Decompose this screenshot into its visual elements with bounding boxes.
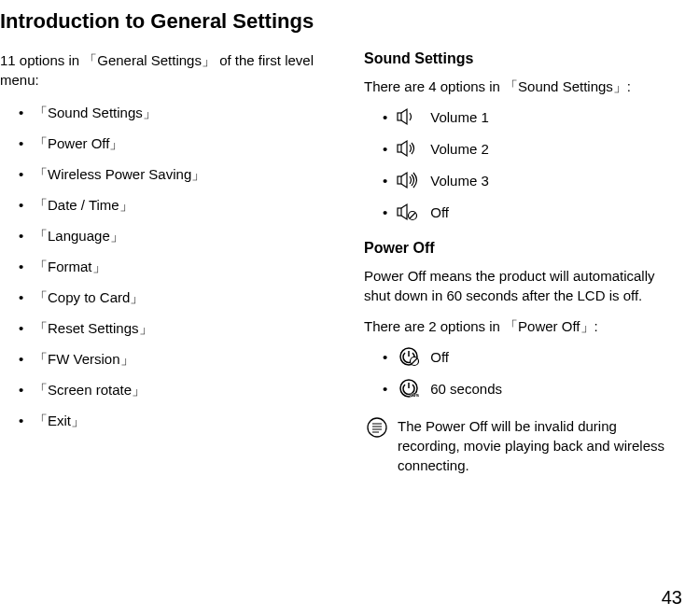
intro-text: 11 options in 「General Settings」 of the … — [0, 50, 327, 90]
list-item: • Off — [383, 203, 680, 221]
svg-text:60s: 60s — [410, 392, 420, 398]
power-off-icon — [397, 347, 423, 366]
volume-2-label: Volume 2 — [430, 141, 489, 157]
volume-3-icon — [397, 171, 423, 189]
sound-settings-list: • Volume 1 • — [364, 107, 680, 221]
list-item: • Off — [383, 347, 680, 366]
list-item: 「Sound Settings」 — [19, 105, 327, 122]
left-column: 11 options in 「General Settings」 of the … — [0, 50, 327, 494]
list-item: 「Screen rotate」 — [19, 382, 327, 399]
general-settings-list: 「Sound Settings」 「Power Off」 「Wireless P… — [0, 105, 327, 430]
svg-rect-2 — [398, 176, 401, 184]
power-60s-label: 60 seconds — [430, 381, 502, 397]
power-off-list: • Off • — [364, 347, 680, 398]
list-item: 「Reset Settings」 — [19, 320, 327, 338]
svg-rect-1 — [398, 145, 401, 152]
list-item: 「Wireless Power Saving」 — [19, 166, 327, 184]
bullet: • — [383, 173, 387, 189]
volume-off-label: Off — [430, 204, 449, 220]
note-box: The Power Off will be invalid during rec… — [364, 416, 680, 475]
bullet: • — [383, 109, 387, 125]
bullet: • — [383, 349, 387, 365]
list-item: • Volume 1 — [383, 107, 680, 126]
power-off-off-label: Off — [430, 349, 449, 365]
power-off-section: Power Off Power Off means the product wi… — [364, 240, 680, 475]
svg-line-5 — [410, 213, 415, 218]
svg-rect-0 — [398, 113, 401, 120]
list-item: 「Language」 — [19, 228, 327, 245]
power-off-intro: There are 2 options in 「Power Off」: — [364, 316, 680, 336]
list-item: 「Date / Time」 — [19, 197, 327, 215]
list-item: • Volume 3 — [383, 171, 680, 189]
power-60s-icon: 60s — [397, 379, 423, 398]
sound-settings-intro: There are 4 options in 「Sound Settings」: — [364, 77, 680, 96]
list-item: 「FW Version」 — [19, 351, 327, 369]
sound-settings-section: Sound Settings There are 4 options in 「S… — [364, 50, 680, 221]
bullet: • — [383, 141, 387, 157]
page-number: 43 — [662, 587, 682, 609]
svg-rect-3 — [398, 208, 401, 216]
page-title: Introduction to General Settings — [0, 9, 680, 34]
svg-point-11 — [368, 418, 386, 437]
list-item: • 60s 60 seconds — [383, 379, 680, 398]
volume-1-label: Volume 1 — [430, 109, 489, 125]
list-item: 「Power Off」 — [19, 135, 327, 153]
note-icon — [366, 416, 388, 439]
volume-3-label: Volume 3 — [430, 173, 489, 189]
bullet: • — [383, 204, 387, 220]
list-item: • Volume 2 — [383, 139, 680, 158]
power-off-description: Power Off means the product will automat… — [364, 266, 680, 305]
volume-1-icon — [397, 107, 423, 126]
note-text: The Power Off will be invalid during rec… — [398, 416, 680, 475]
power-off-heading: Power Off — [364, 240, 680, 257]
list-item: 「Exit」 — [19, 413, 327, 430]
sound-settings-heading: Sound Settings — [364, 50, 680, 67]
right-column: Sound Settings There are 4 options in 「S… — [364, 50, 680, 494]
content-columns: 11 options in 「General Settings」 of the … — [0, 50, 680, 494]
bullet: • — [383, 381, 387, 397]
list-item: 「Format」 — [19, 259, 327, 276]
volume-2-icon — [397, 139, 423, 158]
list-item: 「Copy to Card」 — [19, 289, 327, 307]
volume-off-icon — [397, 203, 423, 221]
